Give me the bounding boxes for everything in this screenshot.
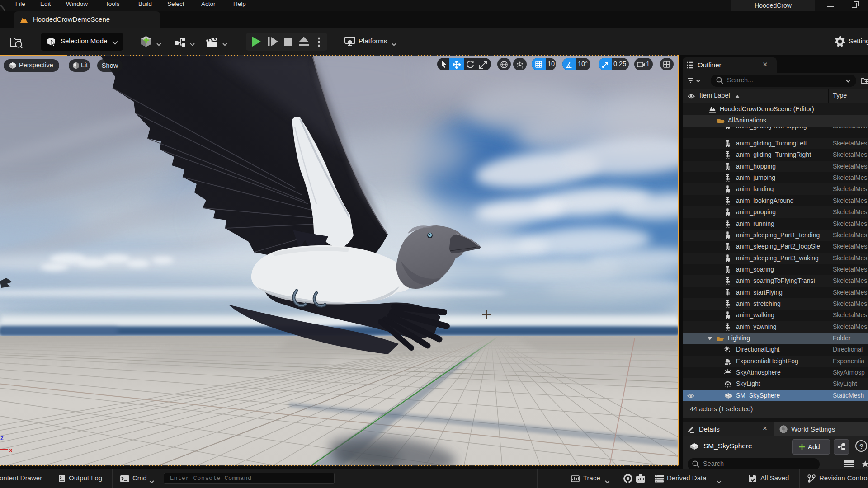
svg-text:x: x xyxy=(9,446,13,454)
svg-text:z: z xyxy=(0,434,4,441)
